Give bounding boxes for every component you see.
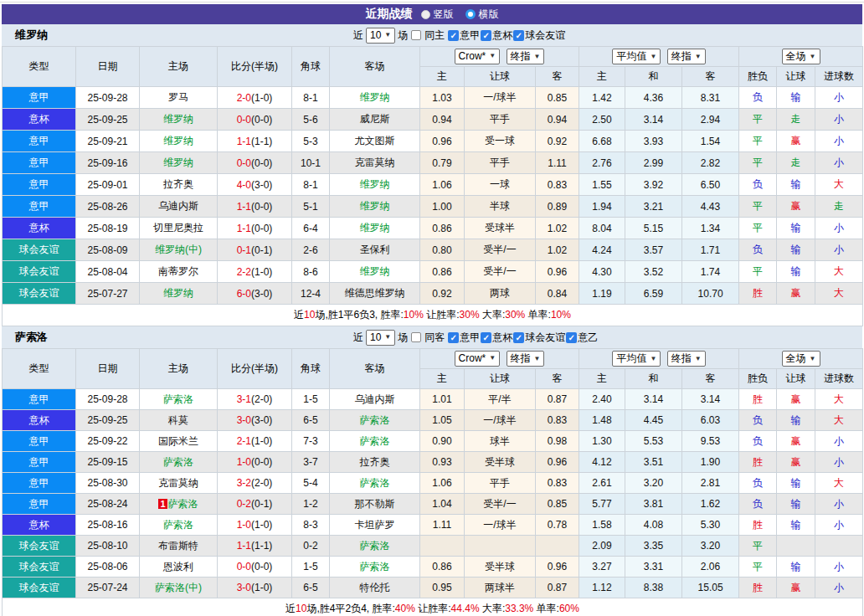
europe-away-odds: 1.62 <box>682 494 739 515</box>
title-bar: 近期战绩 竖版 横版 <box>2 4 862 24</box>
europe-home-odds: 2.76 <box>579 152 625 174</box>
europe-home-odds: 2.50 <box>579 109 625 131</box>
radio-selected-icon[interactable] <box>421 10 430 19</box>
away-team: 乌迪内斯 <box>330 389 420 410</box>
average-select[interactable]: 平均值▼ <box>612 351 661 367</box>
final-index-select[interactable]: 终指▼ <box>507 49 545 64</box>
corner-score: 8-3 <box>292 515 330 536</box>
odds-company-select[interactable]: Crow*▼ <box>455 351 501 367</box>
europe-away-odds: 4.43 <box>682 196 739 218</box>
col-date: 日期 <box>76 47 140 87</box>
recent-count-select[interactable]: 10▼ <box>366 330 395 346</box>
home-team: 1萨索洛 <box>140 494 218 515</box>
match-date: 25-09-01 <box>76 174 140 196</box>
match-type-badge: 球会友谊 <box>3 239 76 261</box>
handicap-away-odds: 0.87 <box>536 389 579 410</box>
result-win-draw-lose: 平 <box>739 152 777 174</box>
league-filter-checkboxes: ✓意甲✓意杯✓球会友谊✓意乙 <box>447 331 598 345</box>
match-type-badge: 意甲 <box>3 174 76 196</box>
europe-draw-odds: 8.38 <box>625 578 682 598</box>
result-goals: 小 <box>815 431 863 452</box>
europe-away-odds: 3.14 <box>682 389 739 410</box>
home-team: 维罗纳 <box>140 109 218 131</box>
europe-home-odds: 1.94 <box>579 196 625 218</box>
europe-draw-odds: 3.51 <box>625 452 682 473</box>
match-score: 1-1(0-0) <box>218 196 292 218</box>
final-index-select[interactable]: 终指▼ <box>667 351 706 367</box>
same-venue-checkbox[interactable] <box>411 30 421 40</box>
corner-score: 6-4 <box>292 218 330 239</box>
away-team: 圣保利 <box>330 239 420 261</box>
radio-vertical-layout[interactable]: 竖版 <box>421 8 454 22</box>
result-goals: 小 <box>815 452 863 473</box>
league-checkbox[interactable]: ✓ <box>481 30 491 41</box>
result-handicap: 赢 <box>777 283 815 305</box>
match-type-badge: 意甲 <box>3 131 76 152</box>
result-goals: 大 <box>815 389 863 410</box>
col-score: 比分(半场) <box>218 349 292 389</box>
away-team: 克雷莫纳 <box>330 152 420 174</box>
result-goals: 走 <box>815 196 863 218</box>
europe-away-odds: 3.20 <box>682 536 739 557</box>
result-handicap: 赢 <box>777 389 815 410</box>
league-checkbox[interactable]: ✓ <box>448 332 459 343</box>
home-team: 克雷莫纳 <box>140 473 218 494</box>
odds-company-select[interactable]: Crow*▼ <box>455 49 501 64</box>
scope-select[interactable]: 全场▼ <box>782 351 820 367</box>
result-goals: 小 <box>815 239 863 261</box>
match-date: 25-07-24 <box>76 578 140 598</box>
corner-score: 1-2 <box>292 494 330 515</box>
table-row: 意杯 25-08-16 萨索洛 1-0(1-0) 8-3 卡坦萨罗 1.11 一… <box>3 515 863 536</box>
handicap-line: 一球 <box>465 174 536 196</box>
chevron-down-icon: ▼ <box>650 54 656 60</box>
average-select[interactable]: 平均值▼ <box>612 49 661 64</box>
handicap-home-odds: 1.05 <box>420 410 465 431</box>
table-row: 球会友谊 25-07-27 维罗纳 6-0(3-0) 12-4 维德思维罗纳 0… <box>3 283 863 305</box>
result-handicap: 赢 <box>777 131 815 152</box>
match-date: 25-09-16 <box>76 152 140 174</box>
same-venue-checkbox[interactable] <box>411 332 421 342</box>
handicap-home-odds: 1.06 <box>420 174 465 196</box>
home-team: 乌迪内斯 <box>140 196 218 218</box>
table-row: 意甲 25-08-26 乌迪内斯 1-1(0-0) 5-1 维罗纳 1.00 半… <box>3 196 863 218</box>
final-index-select[interactable]: 终指▼ <box>667 49 706 64</box>
match-type-badge: 意杯 <box>3 109 76 131</box>
final-index-select[interactable]: 终指▼ <box>507 351 545 367</box>
summary-line: 近10场,胜1平6负3, 胜率:10% 让胜率:30% 大率:30% 单率:10… <box>3 305 863 326</box>
europe-draw-odds: 3.14 <box>625 389 682 410</box>
result-win-draw-lose: 负 <box>739 473 777 494</box>
recent-count-select[interactable]: 10▼ <box>366 28 395 44</box>
match-score: 0-2(0-1) <box>218 494 292 515</box>
europe-draw-odds: 3.92 <box>625 174 682 196</box>
league-checkbox[interactable]: ✓ <box>448 30 459 41</box>
table-row: 意杯 25-09-25 维罗纳 0-0(0-0) 5-6 威尼斯 0.94 平手… <box>3 109 863 131</box>
europe-away-odds: 5.30 <box>682 515 739 536</box>
away-team: 那不勒斯 <box>330 494 420 515</box>
corner-score: 1-5 <box>292 389 330 410</box>
table-row: 意杯 25-08-19 切里尼奥拉 1-1(0-0) 6-4 维罗纳 0.86 … <box>3 218 863 239</box>
match-type-badge: 意甲 <box>3 452 76 473</box>
europe-away-odds: 15.05 <box>682 578 739 598</box>
col-ah-away: 客 <box>536 67 579 87</box>
europe-draw-odds: 3.52 <box>625 261 682 283</box>
handicap-line: 平/半 <box>465 389 536 410</box>
league-checkbox[interactable]: ✓ <box>513 30 524 41</box>
league-checkbox[interactable]: ✓ <box>513 332 524 343</box>
result-handicap: 输 <box>777 473 815 494</box>
radio-unselected-icon[interactable] <box>465 9 476 19</box>
team-name: 萨索洛 <box>15 330 48 345</box>
league-checkbox[interactable]: ✓ <box>481 332 491 343</box>
radio-horizontal-layout[interactable]: 横版 <box>465 8 499 22</box>
league-checkbox[interactable]: ✓ <box>566 332 577 343</box>
europe-draw-odds: 5.15 <box>625 218 682 239</box>
result-win-draw-lose: 负 <box>739 431 777 452</box>
away-team: 拉齐奥 <box>330 452 420 473</box>
col-res-wdl: 胜负 <box>739 67 777 87</box>
table-row: 意杯 25-09-25 科莫 3-0(3-0) 6-5 萨索洛 1.05 一/球… <box>3 410 863 431</box>
result-handicap: 赢 <box>777 578 815 598</box>
result-handicap: 赢 <box>777 452 815 473</box>
match-type-badge: 意杯 <box>3 218 76 239</box>
handicap-home-odds: 0.95 <box>420 578 465 598</box>
scope-select[interactable]: 全场▼ <box>782 49 820 64</box>
europe-away-odds: 2.94 <box>682 109 739 131</box>
